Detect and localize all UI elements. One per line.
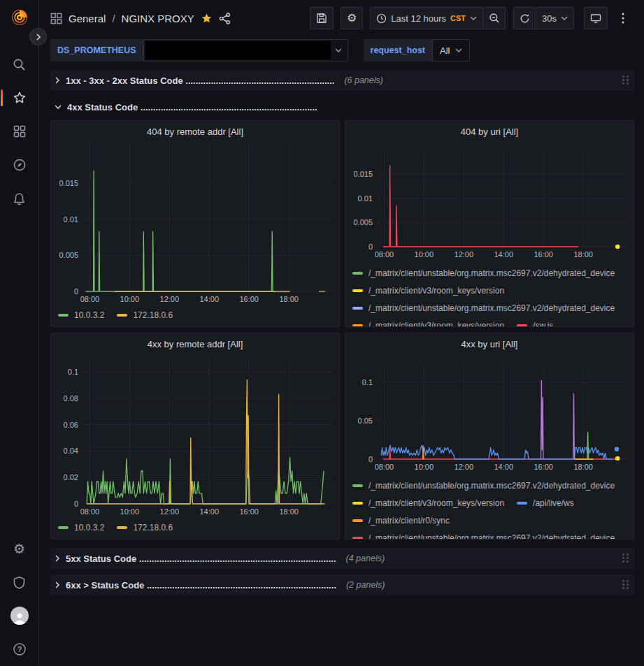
legend-item[interactable]: 172.18.0.6 — [117, 310, 173, 320]
row-4xx[interactable]: 4xx Status Code ........................… — [50, 96, 635, 117]
legend-series-color — [352, 307, 363, 310]
panel-title[interactable]: 4xx by remote addr [All] — [58, 336, 332, 352]
tv-mode-button[interactable] — [584, 7, 608, 29]
legend-series-color — [517, 324, 527, 327]
legend-series-color — [517, 502, 527, 505]
legend-item[interactable]: /api/live/ws — [517, 498, 574, 508]
datasource-variable-label: DS_PROMETHEUS — [50, 39, 143, 61]
svg-text:16:00: 16:00 — [534, 250, 553, 259]
breadcrumb-dashboard-title[interactable]: NGINX PROXY — [122, 13, 194, 24]
svg-text:0.1: 0.1 — [68, 368, 78, 376]
row-title: 6xx > Status Code — [66, 580, 144, 591]
legend-series-label: /_matrix/client/v3/room_keys/version — [368, 321, 504, 328]
legend-item[interactable]: /_matrix/client/unstable/org.matrix.msc2… — [352, 268, 615, 278]
row-leader-dots: ........................................… — [139, 553, 336, 564]
svg-text:08:00: 08:00 — [375, 463, 394, 471]
legend-series-color — [352, 537, 363, 540]
legend-series-color — [117, 526, 127, 529]
svg-text:16:00: 16:00 — [239, 507, 259, 516]
legend-item[interactable]: /_matrix/client/unstable/org.matrix.msc2… — [352, 533, 615, 540]
legend-series-color — [352, 502, 363, 505]
legend-item[interactable]: /_matrix/client/unstable/org.matrix.msc2… — [352, 481, 615, 491]
kebab-menu-button[interactable] — [612, 7, 634, 29]
panel-legend: /_matrix/client/unstable/org.matrix.msc2… — [352, 264, 627, 327]
drag-handle-icon[interactable] — [622, 553, 629, 564]
legend-item[interactable]: /_matrix/client/v3/room_keys/version — [352, 286, 504, 296]
dashboard-header: General / NGINX PROXY ⚙ — [39, 0, 644, 36]
sidebar-item-profile[interactable] — [0, 599, 39, 632]
panel-title[interactable]: 404 by remote addr [All] — [58, 124, 332, 139]
sidebar-item-explore[interactable] — [0, 148, 39, 182]
legend-item[interactable]: /sw.js — [517, 321, 553, 328]
sidebar-item-search[interactable] — [0, 48, 39, 81]
panel-title[interactable]: 4xx by uri [All] — [352, 336, 627, 352]
legend-item[interactable]: 10.0.3.2 — [58, 523, 104, 533]
shield-icon — [13, 576, 26, 589]
sidebar-item-configuration[interactable]: ⚙ — [0, 532, 39, 565]
save-dashboard-button[interactable] — [310, 7, 334, 29]
share-icon[interactable] — [219, 13, 231, 24]
sidebar-item-alerting[interactable] — [0, 182, 39, 215]
svg-text:0.06: 0.06 — [64, 421, 78, 429]
legend-series-label: /_matrix/client/unstable/org.matrix.msc2… — [368, 303, 615, 313]
time-series-chart[interactable]: 00.020.040.060.080.108:0010:0012:0014:00… — [58, 352, 332, 519]
row-6xx[interactable]: 6xx > Status Code ......................… — [50, 574, 635, 595]
gear-icon: ⚙ — [347, 13, 357, 24]
question-icon: ? — [13, 642, 27, 656]
row-5xx[interactable]: 5xx Status Code ........................… — [50, 548, 635, 569]
legend-item[interactable]: 10.0.3.2 — [58, 310, 104, 320]
refresh-interval-picker[interactable]: 30s — [536, 7, 574, 29]
svg-text:12:00: 12:00 — [160, 507, 180, 516]
time-series-chart[interactable]: 00.0050.010.01508:0010:0012:0014:0016:00… — [58, 139, 332, 307]
time-series-chart[interactable]: 00.0050.010.01508:0010:0012:0014:0016:00… — [352, 139, 627, 262]
svg-text:16:00: 16:00 — [534, 463, 553, 471]
panel-chart: 00.050.108:0010:0012:0014:0016:0018:00/_… — [352, 352, 627, 540]
legend-item[interactable]: 172.18.0.6 — [117, 523, 173, 533]
dashboard-settings-button[interactable]: ⚙ — [341, 7, 363, 29]
legend-item[interactable]: /_matrix/client/v3/room_keys/version — [352, 321, 504, 328]
legend-series-color — [352, 324, 363, 327]
sidebar-item-starred[interactable] — [0, 81, 39, 115]
sidebar-item-dashboards[interactable] — [0, 115, 39, 148]
legend-item[interactable]: /_matrix/client/unstable/org.matrix.msc2… — [352, 303, 615, 313]
svg-text:0: 0 — [368, 242, 373, 251]
svg-text:18:00: 18:00 — [279, 507, 299, 516]
svg-text:0.015: 0.015 — [353, 170, 373, 178]
legend-series-color — [58, 314, 69, 317]
drag-handle-icon[interactable] — [622, 75, 629, 86]
compass-icon — [13, 158, 27, 172]
refresh-button[interactable] — [513, 7, 536, 29]
sidebar-expand-button[interactable] — [29, 28, 47, 45]
svg-text:?: ? — [17, 645, 22, 653]
legend-item[interactable]: /_matrix/client/v3/room_keys/version — [352, 498, 504, 508]
breadcrumb-section[interactable]: General — [69, 13, 106, 24]
row-panel-count: (6 panels) — [344, 75, 383, 85]
time-range-picker[interactable]: Last 12 hours CST — [370, 7, 483, 29]
sidebar-item-server-admin[interactable] — [0, 565, 39, 599]
panel-legend: 10.0.3.2172.18.0.6 — [58, 309, 332, 321]
sidebar-item-help[interactable]: ? — [0, 632, 39, 666]
datasource-variable-select[interactable] — [143, 39, 348, 61]
request-host-variable-select[interactable]: All — [432, 39, 470, 61]
panel-404-by-uri: 404 by uri [All] 00.0050.010.01508:0010:… — [345, 120, 634, 327]
drag-handle-icon[interactable] — [622, 579, 629, 591]
chevron-right-icon — [55, 581, 60, 588]
panel-404-by-remote-addr: 404 by remote addr [All] 00.0050.010.015… — [50, 120, 340, 327]
panel-title[interactable]: 404 by uri [All] — [352, 124, 627, 139]
avatar — [10, 607, 29, 625]
svg-text:12:00: 12:00 — [455, 250, 474, 259]
row-1xx-3xx-2xx[interactable]: 1xx - 3xx - 2xx Status Code ............… — [50, 70, 635, 91]
svg-text:14:00: 14:00 — [200, 507, 220, 516]
legend-item[interactable]: /_matrix/client/r0/sync — [352, 516, 450, 526]
time-series-chart[interactable]: 00.050.108:0010:0012:0014:0016:0018:00 — [352, 352, 627, 475]
panel-legend: /_matrix/client/unstable/org.matrix.msc2… — [352, 477, 627, 540]
favorite-star-icon[interactable] — [201, 13, 213, 24]
row-title: 1xx - 3xx - 2xx Status Code — [66, 75, 183, 86]
svg-text:08:00: 08:00 — [80, 295, 100, 303]
svg-text:0.005: 0.005 — [59, 251, 78, 259]
apps-grid-icon — [50, 13, 62, 24]
svg-text:0.04: 0.04 — [64, 447, 78, 455]
grafana-logo-icon[interactable] — [9, 7, 30, 28]
zoom-out-time-button[interactable] — [483, 7, 506, 29]
chevron-down-icon — [55, 104, 62, 110]
